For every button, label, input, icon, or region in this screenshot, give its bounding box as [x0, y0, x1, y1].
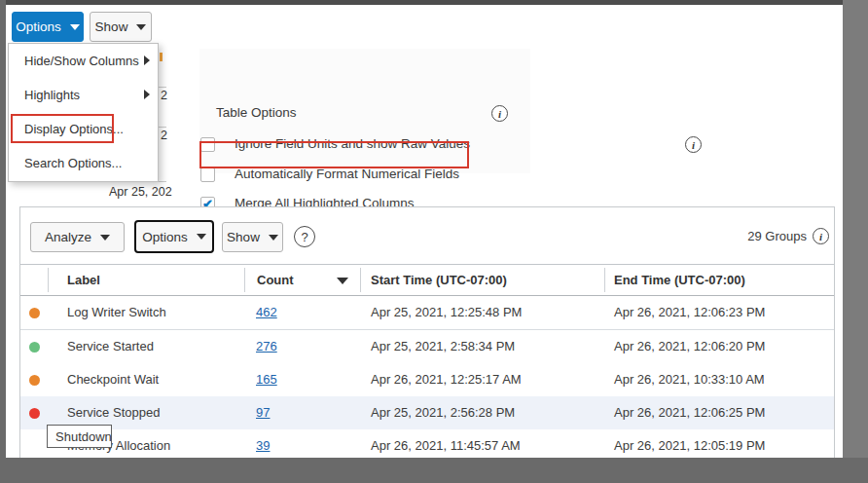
count-cell: 165: [256, 363, 277, 396]
shutdown-tooltip: Shutdown: [47, 425, 112, 448]
table-row[interactable]: Checkpoint Wait165Apr 26, 2021, 12:25:17…: [20, 363, 834, 397]
submenu-arrow-icon: [144, 90, 150, 99]
info-icon[interactable]: i: [813, 228, 829, 244]
table-options-button[interactable]: Options: [134, 220, 214, 253]
end-time-cell: Apr 26, 2021, 12:06:23 PM: [614, 296, 765, 329]
background-gridline-fragment: [159, 127, 166, 128]
sort-descending-icon[interactable]: [337, 278, 348, 284]
table-options-title: Table Options: [216, 105, 297, 120]
groups-count: 29 Groups i: [747, 228, 829, 244]
checkbox-label: Automatically Format Numerical Fields: [235, 167, 459, 181]
tooltip-text: Shutdown: [55, 429, 112, 444]
menu-item-label: Display Options...: [24, 122, 124, 136]
submenu-arrow-icon: [144, 56, 150, 65]
show-menu-button[interactable]: Show: [90, 12, 152, 42]
groups-count-label: 29 Groups: [747, 229, 807, 243]
table-options-button-label: Options: [142, 230, 188, 244]
background-gridline-fragment: [159, 181, 166, 182]
count-link[interactable]: 276: [256, 339, 277, 353]
chevron-down-icon: [100, 235, 110, 241]
column-header-end-time[interactable]: End Time (UTC-07:00): [614, 265, 745, 295]
info-icon[interactable]: i: [491, 105, 508, 122]
letterbox-right: [843, 0, 868, 483]
table-row[interactable]: Memory Allocation39Apr 26, 2021, 11:45:5…: [20, 429, 834, 459]
help-icon[interactable]: ?: [294, 226, 315, 247]
end-time-cell: Apr 26, 2021, 12:06:25 PM: [614, 396, 765, 429]
menu-item-display-options[interactable]: Display Options...: [9, 112, 158, 146]
end-time-cell: Apr 26, 2021, 12:06:20 PM: [614, 330, 765, 363]
table-row[interactable]: Service Started276Apr 25, 2021, 2:58:34 …: [20, 330, 834, 364]
table-row[interactable]: Service Stopped97Apr 25, 2021, 2:56:28 P…: [20, 396, 834, 430]
letterbox-top: [0, 0, 868, 5]
count-link[interactable]: 39: [256, 438, 270, 453]
count-cell: 462: [256, 296, 277, 329]
menu-item-search-options[interactable]: Search Options...: [9, 146, 158, 180]
start-time-cell: Apr 25, 2021, 2:58:34 PM: [371, 330, 515, 363]
options-dropdown-menu: Hide/Show ColumnsHighlightsDisplay Optio…: [8, 43, 159, 182]
checkbox-unchecked[interactable]: [200, 137, 215, 152]
chevron-down-icon: [70, 24, 80, 30]
checkbox-label: Ignore Field Units and show Raw Values: [235, 136, 470, 151]
letterbox-left: [0, 0, 6, 483]
chevron-down-icon: [136, 24, 146, 30]
table-options-panel: Table Options i i Ignore Field Units and…: [199, 49, 530, 173]
table-show-button[interactable]: Show: [222, 222, 283, 252]
letterbox-bottom: [0, 458, 868, 483]
row-label: Log Writer Switch: [67, 296, 166, 329]
info-icon[interactable]: i: [685, 136, 702, 153]
row-label: Service Started: [67, 330, 154, 363]
menu-item-list: Hide/Show ColumnsHighlightsDisplay Optio…: [9, 44, 158, 180]
status-dot-red: [29, 408, 40, 419]
analyze-button-label: Analyze: [45, 230, 91, 244]
chevron-down-icon: [197, 234, 206, 240]
menu-item-label: Search Options...: [24, 156, 122, 170]
analyze-button[interactable]: Analyze: [30, 222, 125, 252]
background-fragment: 2: [161, 129, 167, 142]
background-fragment: Apr 25, 202: [109, 185, 172, 199]
status-dot-orange: [29, 375, 40, 386]
menu-item-label: Hide/Show Columns: [24, 54, 139, 68]
table-row[interactable]: Log Writer Switch462Apr 25, 2021, 12:25:…: [20, 296, 834, 330]
options-menu-button-label: Options: [16, 19, 61, 34]
menu-item-highlights[interactable]: Highlights: [9, 78, 158, 112]
column-header-label[interactable]: Label: [67, 265, 100, 295]
count-link[interactable]: 165: [256, 372, 277, 387]
status-dot-orange: [29, 308, 40, 318]
start-time-cell: Apr 26, 2021, 12:25:17 AM: [371, 363, 522, 396]
table-show-button-label: Show: [227, 230, 260, 244]
count-link[interactable]: 462: [256, 305, 277, 319]
column-separator: [48, 268, 49, 292]
show-menu-button-label: Show: [95, 19, 128, 34]
start-time-cell: Apr 26, 2021, 11:45:57 AM: [371, 429, 521, 459]
background-gridline-fragment: [159, 87, 166, 88]
screenshot-frame: 2 2 Apr 25, 202 Options Show Hide/Show C…: [0, 0, 868, 483]
events-table-panel: Analyze Options Show ? 29 Groups i Label…: [19, 206, 835, 459]
table-header-row: Label Count Start Time (UTC-07:00) End T…: [20, 264, 834, 296]
column-separator: [360, 268, 361, 292]
count-cell: 97: [256, 396, 270, 429]
menu-item-hide-show-columns[interactable]: Hide/Show Columns: [9, 44, 158, 78]
background-fragment: 2: [161, 89, 167, 102]
count-cell: 39: [256, 429, 270, 459]
status-dot-green: [29, 342, 40, 353]
start-time-cell: Apr 25, 2021, 2:56:28 PM: [371, 396, 515, 429]
options-menu-button[interactable]: Options: [12, 12, 84, 42]
count-link[interactable]: 97: [256, 405, 270, 420]
row-label: Checkpoint Wait: [67, 363, 159, 396]
end-time-cell: Apr 26, 2021, 12:05:19 PM: [614, 429, 765, 459]
menu-item-label: Highlights: [24, 88, 80, 102]
background-highlight-fragment: [160, 53, 163, 61]
checkbox-unchecked[interactable]: [200, 167, 215, 182]
column-separator: [244, 268, 245, 292]
column-header-start-time[interactable]: Start Time (UTC-07:00): [371, 265, 507, 295]
column-separator: [604, 268, 605, 292]
end-time-cell: Apr 26, 2021, 10:33:10 AM: [614, 363, 765, 396]
chevron-down-icon: [269, 235, 278, 241]
start-time-cell: Apr 25, 2021, 12:25:48 PM: [371, 296, 522, 329]
column-header-count[interactable]: Count: [257, 265, 294, 295]
count-cell: 276: [256, 330, 277, 363]
